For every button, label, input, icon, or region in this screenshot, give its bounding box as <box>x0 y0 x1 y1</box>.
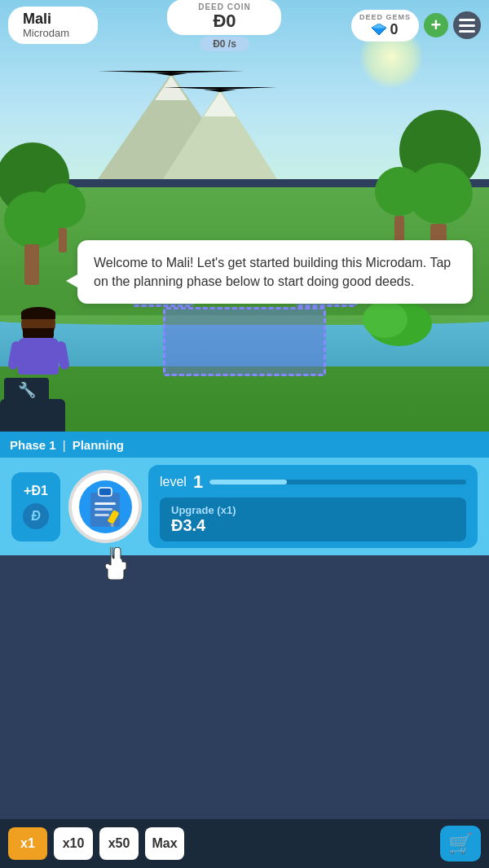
header-right: DEED GEMS 0 + <box>351 10 481 42</box>
deed-coin-rate: Ð0 /s <box>200 37 249 51</box>
svg-rect-5 <box>95 502 116 505</box>
dam-body <box>163 307 326 376</box>
gems-box: DEED GEMS 0 <box>351 10 419 42</box>
svg-rect-4 <box>99 488 112 496</box>
upgrade-card[interactable]: level 1 Upgrade (x1) Ð3.4 <box>148 465 478 548</box>
header: Mali Microdam DEED COIN Ð0 Ð0 /s DEED GE… <box>0 0 489 50</box>
deed-coin-box: DEED COIN Ð0 <box>167 0 281 35</box>
phase-name: Planning <box>73 438 124 452</box>
planning-icon-circle <box>68 470 142 543</box>
menu-line-1 <box>459 19 475 21</box>
cart-button[interactable]: 🛒 <box>440 826 481 861</box>
tree-left-small <box>41 183 86 252</box>
deed-coin-value: Ð0 <box>213 11 236 31</box>
upgrade-level-row: level 1 <box>160 471 466 493</box>
svg-rect-7 <box>95 514 109 516</box>
tools-icon: 🔧 <box>4 378 49 402</box>
coin-earn-button[interactable]: +Ð1 Ð <box>11 472 60 541</box>
coin-symbol: Ð <box>23 503 49 529</box>
upgrade-button[interactable]: Upgrade (x1) Ð3.4 <box>160 498 466 541</box>
menu-line-3 <box>459 30 475 33</box>
upgrade-btn-label: Upgrade (x1) <box>171 504 455 516</box>
upgrade-btn-price: Ð3.4 <box>171 516 455 535</box>
svg-rect-6 <box>95 508 112 511</box>
desk: 🔧 <box>0 399 65 432</box>
multiplier-x50-button[interactable]: x50 <box>99 827 139 860</box>
speech-bubble-text: Welcome to Mali! Let's get started build… <box>94 256 451 288</box>
location-info: Mali Microdam <box>8 7 98 44</box>
mountain-2 <box>163 87 277 179</box>
gems-label: DEED GEMS <box>359 13 411 21</box>
level-number: 1 <box>193 471 203 493</box>
gems-row: 0 <box>372 21 398 38</box>
bush-right-2 <box>363 301 408 338</box>
multiplier-max-button[interactable]: Max <box>145 827 184 860</box>
tree-right-small <box>375 167 424 244</box>
location-title: Mali <box>23 11 83 28</box>
multiplier-x10-button[interactable]: x10 <box>54 827 93 860</box>
cart-icon: 🛒 <box>448 832 473 855</box>
phase-label: Phase 1 <box>10 438 56 452</box>
mountain-snow-2 <box>204 90 236 116</box>
multiplier-x1-button[interactable]: x1 <box>8 827 47 860</box>
speech-bubble: Welcome to Mali! Let's get started build… <box>77 240 473 304</box>
gems-value: 0 <box>390 21 398 38</box>
level-progress-bar <box>209 480 466 484</box>
clipboard-icon <box>87 486 123 527</box>
planning-icon-inner <box>79 480 132 533</box>
coin-plus-label: +Ð1 <box>24 484 48 498</box>
bottom-dark-area <box>0 555 489 819</box>
deed-coin-section: DEED COIN Ð0 Ð0 /s <box>106 0 343 51</box>
menu-button[interactable] <box>453 11 481 39</box>
phase-bar[interactable]: Phase 1 | Planning <box>0 432 489 458</box>
gem-icon <box>372 24 386 35</box>
upgrade-panel[interactable]: +Ð1 Ð level 1 <box>0 458 489 555</box>
level-text: level <box>160 475 187 489</box>
bottom-toolbar: x1 x10 x50 Max 🛒 <box>0 819 489 868</box>
game-scene: 🔧 Welcome to Mali! Let's get started bui… <box>0 0 489 432</box>
add-gems-button[interactable]: + <box>424 13 448 37</box>
location-subtitle: Microdam <box>23 28 83 39</box>
level-bar-fill <box>209 480 286 484</box>
menu-line-2 <box>459 24 475 27</box>
phase-divider: | <box>63 438 66 452</box>
